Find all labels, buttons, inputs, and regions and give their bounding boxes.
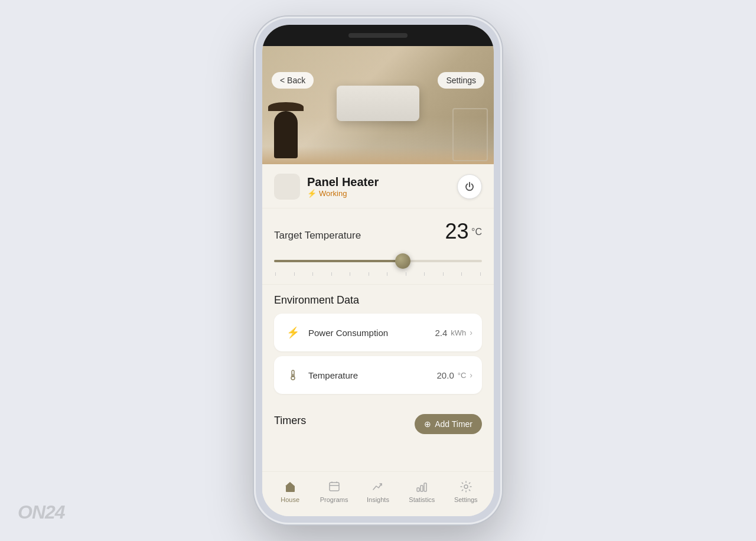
tick xyxy=(369,272,369,276)
nav-label-house: House xyxy=(281,496,299,503)
device-text: Panel Heater ⚡ Working xyxy=(307,175,379,198)
device-name: Panel Heater xyxy=(307,175,379,189)
environment-title: Environment Data xyxy=(274,294,482,307)
house-icon xyxy=(283,480,297,494)
bottom-nav: House Programs xyxy=(262,471,494,516)
temperature-env-name: Temperature xyxy=(308,370,358,380)
tick xyxy=(406,272,406,276)
power-value: 2.4 xyxy=(435,328,447,338)
content-area: Panel Heater ⚡ Working xyxy=(262,164,494,471)
temp-value: 23 xyxy=(445,219,469,243)
env-left: ⚡ Power Consumption xyxy=(284,323,388,342)
settings-nav-icon xyxy=(459,480,473,494)
tick xyxy=(275,272,276,276)
device-icon-box xyxy=(274,174,300,200)
notch-pill xyxy=(348,33,408,38)
temperature-slider[interactable] xyxy=(274,252,482,270)
nav-item-settings[interactable]: Settings xyxy=(449,480,482,503)
status-text: Working xyxy=(319,189,347,198)
back-button[interactable]: < Back xyxy=(272,72,314,89)
tick xyxy=(350,272,350,276)
nav-item-programs[interactable]: Programs xyxy=(318,480,350,503)
env-right: 2.4 kWh › xyxy=(435,328,472,338)
env-right: 20.0 °C › xyxy=(437,370,472,380)
temp-header: Target Temperature 23 °C xyxy=(274,219,482,244)
back-label: < Back xyxy=(280,76,305,85)
add-timer-label: Add Timer xyxy=(435,419,472,429)
env-left: Temperature xyxy=(284,366,358,384)
timers-title: Timers xyxy=(274,415,306,427)
temp-display: 23 °C xyxy=(445,219,482,244)
watermark: ON24 xyxy=(18,501,65,523)
insights-icon xyxy=(371,480,385,494)
svg-point-11 xyxy=(464,485,468,488)
hero-image: < Back Settings xyxy=(262,46,494,164)
temperature-env-unit: °C xyxy=(458,371,467,380)
power-unit: kWh xyxy=(451,328,466,337)
temp-label: Target Temperature xyxy=(274,230,361,242)
temp-unit: °C xyxy=(471,227,482,237)
nav-label-statistics: Statistics xyxy=(409,496,435,503)
side-table-decoration xyxy=(274,111,298,158)
phone-frame: < Back Settings Panel Heater xyxy=(254,17,502,524)
settings-label: Settings xyxy=(446,76,476,85)
nav-item-statistics[interactable]: Statistics xyxy=(406,480,438,503)
power-button[interactable] xyxy=(457,174,482,199)
nav-label-programs: Programs xyxy=(320,496,348,503)
statistics-icon xyxy=(415,480,429,494)
tick xyxy=(387,272,387,276)
temperature-env-value: 20.0 xyxy=(437,370,454,380)
device-status: ⚡ Working xyxy=(307,189,379,198)
tick xyxy=(424,272,425,276)
nav-label-settings: Settings xyxy=(454,496,478,503)
svg-rect-4 xyxy=(330,483,339,491)
device-header: Panel Heater ⚡ Working xyxy=(262,164,494,208)
add-timer-button[interactable]: ⊕ Add Timer xyxy=(415,414,482,434)
nav-item-house[interactable]: House xyxy=(274,480,307,503)
settings-button[interactable]: Settings xyxy=(438,72,484,89)
chevron-right-icon: › xyxy=(470,370,472,380)
phone-screen: < Back Settings Panel Heater xyxy=(262,25,494,516)
tick xyxy=(480,272,481,276)
phone-wrapper: < Back Settings Panel Heater xyxy=(254,17,502,524)
power-icon: ⚡ xyxy=(284,323,302,342)
bolt-icon: ⚡ xyxy=(307,189,317,198)
temperature-card[interactable]: Temperature 20.0 °C › xyxy=(274,356,482,394)
thermometer-icon xyxy=(284,366,302,384)
notch-bar xyxy=(262,25,494,46)
slider-ticks xyxy=(274,272,482,276)
tick xyxy=(294,272,295,276)
environment-section: Environment Data ⚡ Power Consumption 2.4… xyxy=(262,285,494,405)
tick xyxy=(312,272,313,276)
programs-icon xyxy=(327,480,341,494)
svg-rect-8 xyxy=(417,488,419,491)
chevron-right-icon: › xyxy=(470,328,472,337)
device-info: Panel Heater ⚡ Working xyxy=(274,174,379,200)
svg-rect-3 xyxy=(288,488,292,491)
tick xyxy=(443,272,444,276)
timers-section: Timers ⊕ Add Timer xyxy=(262,405,494,440)
power-consumption-card[interactable]: ⚡ Power Consumption 2.4 kWh › xyxy=(274,314,482,351)
temperature-section: Target Temperature 23 °C xyxy=(262,208,494,285)
top-nav-bar: < Back Settings xyxy=(262,67,494,93)
plus-icon: ⊕ xyxy=(424,419,431,429)
power-name: Power Consumption xyxy=(308,328,388,338)
slider-thumb[interactable] xyxy=(395,253,410,269)
svg-rect-10 xyxy=(424,483,426,491)
nav-label-insights: Insights xyxy=(367,496,389,503)
tick xyxy=(461,272,462,276)
tick xyxy=(331,272,332,276)
chair-decoration xyxy=(452,108,488,161)
slider-fill xyxy=(274,260,403,262)
nav-item-insights[interactable]: Insights xyxy=(361,480,394,503)
slider-track xyxy=(274,260,482,262)
svg-rect-9 xyxy=(421,485,423,491)
